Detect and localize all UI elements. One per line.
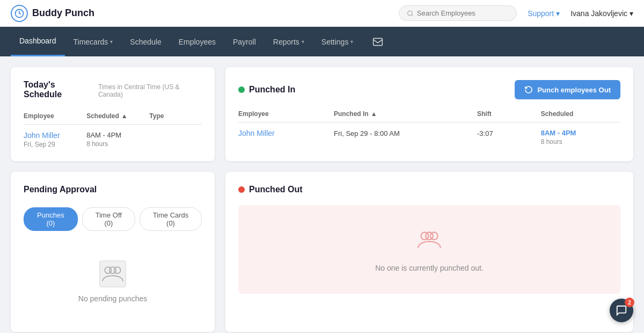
pi-col-scheduled: Scheduled: [541, 110, 620, 118]
chevron-down-icon: ▾: [302, 39, 304, 45]
todays-schedule-subtitle: Times in Central Time (US & Canada): [98, 83, 202, 98]
nav-item-payroll[interactable]: Payroll: [224, 27, 265, 56]
logo: Buddy Punch: [11, 5, 94, 22]
pi-shift-value: -3:07: [477, 129, 493, 137]
nav-item-settings[interactable]: Settings ▾: [313, 27, 362, 56]
chat-bubble[interactable]: 2: [610, 299, 633, 322]
people-empty-icon: [99, 260, 127, 288]
punched-in-header: Punched In Punch employees Out: [238, 80, 620, 99]
schedule-row: John Miller Fri, Sep 29 8AM - 4PM 8 hour…: [24, 131, 202, 148]
status-dot-green: [238, 86, 245, 93]
sort-icon: ▲: [371, 110, 377, 118]
pending-title-row: Pending Approval: [24, 185, 202, 197]
pi-col-punched-in: Punched In ▲: [334, 110, 477, 118]
punched-in-card: Punched In Punch employees Out Employee …: [225, 67, 633, 161]
schedule-employee: John Miller Fri, Sep 29: [24, 131, 86, 148]
logo-text: Buddy Punch: [32, 8, 94, 19]
refresh-icon: [524, 85, 533, 94]
punched-out-empty: No one is currently punched out.: [238, 205, 620, 294]
search-icon: [407, 10, 414, 17]
todays-schedule-title: Today's Schedule: [24, 80, 93, 99]
pi-col-shift: Shift: [477, 110, 541, 118]
top-right: Support ▾ Ivana Jakovljevic ▾: [399, 5, 633, 21]
schedule-type: [149, 131, 202, 148]
schedule-time: 8AM - 4PM: [86, 131, 149, 139]
status-dot-red: [238, 186, 245, 193]
svg-rect-2: [374, 38, 383, 45]
pending-approval-title: Pending Approval: [24, 185, 97, 194]
punched-out-icon: [415, 227, 443, 256]
schedule-col-employee: Employee: [24, 112, 86, 120]
pi-employee: John Miller: [238, 129, 334, 137]
nav-mail-icon[interactable]: [366, 27, 390, 56]
user-info[interactable]: Ivana Jakovljevic ▾: [570, 9, 633, 18]
nav-item-schedule[interactable]: Schedule: [121, 27, 170, 56]
tab-time-cards[interactable]: Time Cards (0): [140, 207, 202, 231]
pending-tabs: Punches (0) Time Off (0) Time Cards (0): [24, 207, 202, 231]
pi-col-employee: Employee: [238, 110, 334, 118]
punched-in-row: John Miller Fri, Sep 29 - 8:00 AM -3:07 …: [238, 129, 620, 146]
pending-empty-text: No pending punches: [78, 294, 147, 303]
card-title-row: Today's Schedule Times in Central Time (…: [24, 80, 202, 102]
tab-punches[interactable]: Punches (0): [24, 207, 78, 231]
pi-employee-link[interactable]: John Miller: [238, 129, 275, 137]
search-input[interactable]: [417, 9, 509, 17]
chevron-down-icon: ▾: [350, 39, 353, 45]
chevron-down-icon: ▾: [630, 9, 633, 18]
punch-employees-out-button[interactable]: Punch employees Out: [515, 80, 620, 99]
sort-icon: ▲: [121, 112, 128, 120]
chat-icon: [616, 305, 627, 316]
schedule-col-type: Type: [149, 112, 202, 120]
nav-item-timecards[interactable]: Timecards ▾: [65, 27, 122, 56]
punched-in-title: Punched In: [238, 85, 295, 95]
employee-link-john[interactable]: John Miller: [24, 131, 60, 140]
schedule-table-header: Employee Scheduled ▲ Type: [24, 112, 202, 125]
pi-scheduled-hours: 8 hours: [541, 138, 620, 146]
main-nav: Dashboard Timecards ▾ Schedule Employees…: [0, 27, 644, 56]
schedule-time-block: 8AM - 4PM 8 hours: [86, 131, 149, 148]
pi-punched-in-time: Fri, Sep 29 - 8:00 AM: [334, 129, 400, 137]
punched-out-title: Punched Out: [238, 185, 620, 194]
svg-point-9: [426, 232, 433, 240]
pending-approval-card: Pending Approval Punches (0) Time Off (0…: [11, 172, 215, 332]
pending-empty-state: No pending punches: [24, 244, 202, 319]
logo-icon: [11, 5, 28, 22]
chevron-down-icon: ▾: [110, 39, 113, 45]
punched-out-card: Punched Out No one is currently punched …: [225, 172, 633, 332]
pi-scheduled-time: 8AM - 4PM: [541, 129, 620, 137]
support-button[interactable]: Support ▾: [528, 9, 560, 18]
punched-in-table-header: Employee Punched In ▲ Shift Scheduled: [238, 110, 620, 122]
chevron-down-icon: ▾: [556, 9, 560, 18]
nav-item-employees[interactable]: Employees: [170, 27, 224, 56]
pi-shift: -3:07: [477, 129, 541, 137]
nav-item-reports[interactable]: Reports ▾: [265, 27, 313, 56]
punched-out-empty-text: No one is currently punched out.: [375, 264, 484, 272]
schedule-hours: 8 hours: [86, 140, 149, 148]
tab-time-off[interactable]: Time Off (0): [82, 207, 135, 231]
pi-scheduled: 8AM - 4PM 8 hours: [541, 129, 620, 146]
schedule-col-scheduled: Scheduled ▲: [86, 112, 149, 120]
pi-time: Fri, Sep 29 - 8:00 AM: [334, 129, 477, 137]
top-bar: Buddy Punch Support ▾ Ivana Jakovljevic …: [0, 0, 644, 27]
dashboard: Today's Schedule Times in Central Time (…: [0, 56, 644, 333]
schedule-date: Fri, Sep 29: [24, 141, 86, 148]
todays-schedule-card: Today's Schedule Times in Central Time (…: [11, 67, 215, 161]
search-bar[interactable]: [399, 5, 517, 21]
svg-point-1: [408, 11, 412, 15]
chat-badge: 2: [625, 298, 634, 307]
nav-item-dashboard[interactable]: Dashboard: [11, 27, 65, 56]
